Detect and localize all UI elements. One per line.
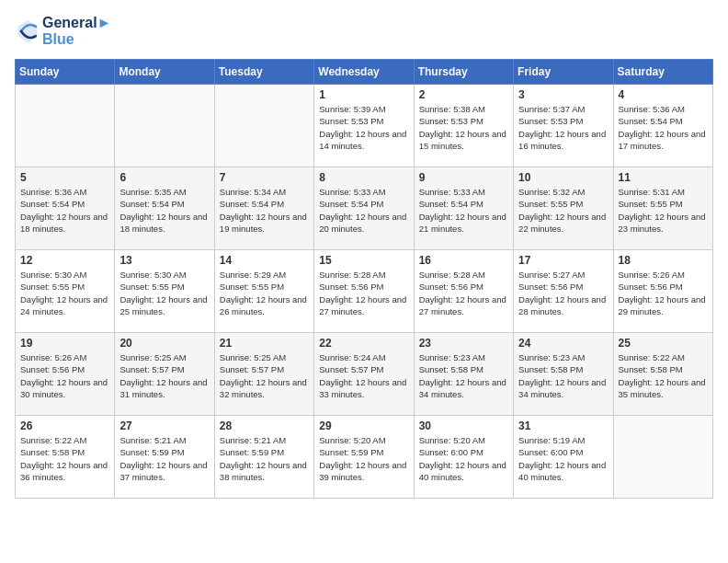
calendar-cell: 8 Sunrise: 5:33 AM Sunset: 5:54 PM Dayli… (314, 167, 414, 250)
calendar-cell: 7 Sunrise: 5:34 AM Sunset: 5:54 PM Dayli… (214, 167, 313, 250)
calendar-cell: 1 Sunrise: 5:39 AM Sunset: 5:53 PM Dayli… (314, 85, 414, 167)
calendar-week-4: 19 Sunrise: 5:26 AM Sunset: 5:56 PM Dayl… (16, 333, 713, 416)
page-header: General► Blue (15, 15, 713, 48)
calendar-week-5: 26 Sunrise: 5:22 AM Sunset: 5:58 PM Dayl… (16, 416, 713, 499)
day-number: 22 (319, 337, 408, 350)
cell-info: Sunrise: 5:26 AM Sunset: 5:56 PM Dayligh… (20, 351, 109, 400)
cell-info: Sunrise: 5:29 AM Sunset: 5:55 PM Dayligh… (220, 269, 309, 317)
calendar-cell: 24 Sunrise: 5:23 AM Sunset: 5:58 PM Dayl… (514, 333, 613, 416)
cell-info: Sunrise: 5:28 AM Sunset: 5:56 PM Dayligh… (319, 269, 408, 317)
calendar-cell: 3 Sunrise: 5:37 AM Sunset: 5:53 PM Dayli… (514, 85, 613, 167)
cell-info: Sunrise: 5:20 AM Sunset: 6:00 PM Dayligh… (419, 434, 508, 483)
day-number: 4 (619, 88, 708, 101)
day-header-saturday: Saturday (613, 60, 712, 85)
day-number: 2 (419, 88, 508, 101)
day-header-monday: Monday (115, 60, 214, 85)
calendar-cell: 18 Sunrise: 5:26 AM Sunset: 5:56 PM Dayl… (613, 250, 712, 333)
day-number: 26 (20, 419, 109, 432)
calendar-cell: 21 Sunrise: 5:25 AM Sunset: 5:57 PM Dayl… (214, 333, 313, 416)
calendar-week-2: 5 Sunrise: 5:36 AM Sunset: 5:54 PM Dayli… (16, 167, 713, 250)
calendar-cell: 26 Sunrise: 5:22 AM Sunset: 5:58 PM Dayl… (16, 416, 115, 499)
cell-info: Sunrise: 5:36 AM Sunset: 5:54 PM Dayligh… (20, 186, 109, 235)
calendar-cell: 17 Sunrise: 5:27 AM Sunset: 5:56 PM Dayl… (514, 250, 613, 333)
day-number: 10 (518, 171, 608, 184)
calendar-table: SundayMondayTuesdayWednesdayThursdayFrid… (15, 59, 713, 499)
day-header-sunday: Sunday (16, 60, 115, 85)
day-header-wednesday: Wednesday (314, 60, 414, 85)
calendar-cell: 31 Sunrise: 5:19 AM Sunset: 6:00 PM Dayl… (514, 416, 613, 499)
cell-info: Sunrise: 5:28 AM Sunset: 5:56 PM Dayligh… (419, 269, 508, 317)
day-number: 13 (119, 254, 209, 267)
day-number: 9 (419, 171, 508, 184)
cell-info: Sunrise: 5:25 AM Sunset: 5:57 PM Dayligh… (119, 351, 209, 400)
calendar-cell: 28 Sunrise: 5:21 AM Sunset: 5:59 PM Dayl… (214, 416, 313, 499)
calendar-cell: 9 Sunrise: 5:33 AM Sunset: 5:54 PM Dayli… (414, 167, 513, 250)
day-number: 6 (119, 171, 209, 184)
cell-info: Sunrise: 5:39 AM Sunset: 5:53 PM Dayligh… (319, 103, 408, 152)
cell-info: Sunrise: 5:30 AM Sunset: 5:55 PM Dayligh… (119, 269, 209, 317)
day-header-thursday: Thursday (414, 60, 513, 85)
calendar-cell: 16 Sunrise: 5:28 AM Sunset: 5:56 PM Dayl… (414, 250, 513, 333)
header-row: SundayMondayTuesdayWednesdayThursdayFrid… (16, 60, 713, 85)
calendar-cell: 6 Sunrise: 5:35 AM Sunset: 5:54 PM Dayli… (115, 167, 214, 250)
day-number: 20 (119, 337, 209, 350)
cell-info: Sunrise: 5:26 AM Sunset: 5:56 PM Dayligh… (619, 269, 708, 317)
cell-info: Sunrise: 5:34 AM Sunset: 5:54 PM Dayligh… (220, 186, 309, 235)
day-number: 29 (319, 419, 408, 432)
logo-icon (15, 18, 40, 44)
calendar-cell (16, 85, 115, 167)
cell-info: Sunrise: 5:36 AM Sunset: 5:54 PM Dayligh… (619, 103, 708, 152)
day-number: 19 (20, 337, 109, 350)
cell-info: Sunrise: 5:37 AM Sunset: 5:53 PM Dayligh… (518, 103, 608, 152)
calendar-cell: 2 Sunrise: 5:38 AM Sunset: 5:53 PM Dayli… (414, 85, 513, 167)
cell-info: Sunrise: 5:22 AM Sunset: 5:58 PM Dayligh… (20, 434, 109, 483)
calendar-cell: 30 Sunrise: 5:20 AM Sunset: 6:00 PM Dayl… (414, 416, 513, 499)
cell-info: Sunrise: 5:32 AM Sunset: 5:55 PM Dayligh… (518, 186, 608, 235)
calendar-cell: 4 Sunrise: 5:36 AM Sunset: 5:54 PM Dayli… (613, 85, 712, 167)
cell-info: Sunrise: 5:30 AM Sunset: 5:55 PM Dayligh… (20, 269, 109, 317)
calendar-cell: 12 Sunrise: 5:30 AM Sunset: 5:55 PM Dayl… (16, 250, 115, 333)
cell-info: Sunrise: 5:21 AM Sunset: 5:59 PM Dayligh… (119, 434, 209, 483)
day-number: 17 (518, 254, 608, 267)
day-number: 21 (220, 337, 309, 350)
cell-info: Sunrise: 5:38 AM Sunset: 5:53 PM Dayligh… (419, 103, 508, 152)
cell-info: Sunrise: 5:33 AM Sunset: 5:54 PM Dayligh… (419, 186, 508, 235)
day-number: 31 (518, 419, 608, 432)
cell-info: Sunrise: 5:20 AM Sunset: 5:59 PM Dayligh… (319, 434, 408, 483)
calendar-cell: 13 Sunrise: 5:30 AM Sunset: 5:55 PM Dayl… (115, 250, 214, 333)
calendar-cell: 19 Sunrise: 5:26 AM Sunset: 5:56 PM Dayl… (16, 333, 115, 416)
day-number: 3 (518, 88, 608, 101)
cell-info: Sunrise: 5:33 AM Sunset: 5:54 PM Dayligh… (319, 186, 408, 235)
day-number: 30 (419, 419, 508, 432)
day-number: 25 (619, 337, 708, 350)
day-number: 15 (319, 254, 408, 267)
calendar-cell: 14 Sunrise: 5:29 AM Sunset: 5:55 PM Dayl… (214, 250, 313, 333)
day-number: 28 (220, 419, 309, 432)
cell-info: Sunrise: 5:35 AM Sunset: 5:54 PM Dayligh… (119, 186, 209, 235)
calendar-cell: 15 Sunrise: 5:28 AM Sunset: 5:56 PM Dayl… (314, 250, 414, 333)
cell-info: Sunrise: 5:23 AM Sunset: 5:58 PM Dayligh… (518, 351, 608, 400)
day-header-friday: Friday (514, 60, 613, 85)
day-number: 24 (518, 337, 608, 350)
day-number: 7 (220, 171, 309, 184)
day-number: 18 (619, 254, 708, 267)
calendar-cell (115, 85, 214, 167)
day-number: 27 (119, 419, 209, 432)
calendar-cell: 25 Sunrise: 5:22 AM Sunset: 5:58 PM Dayl… (613, 333, 712, 416)
cell-info: Sunrise: 5:19 AM Sunset: 6:00 PM Dayligh… (518, 434, 608, 483)
calendar-cell (613, 416, 712, 499)
cell-info: Sunrise: 5:24 AM Sunset: 5:57 PM Dayligh… (319, 351, 408, 400)
calendar-week-1: 1 Sunrise: 5:39 AM Sunset: 5:53 PM Dayli… (16, 85, 713, 167)
calendar-cell: 11 Sunrise: 5:31 AM Sunset: 5:55 PM Dayl… (613, 167, 712, 250)
cell-info: Sunrise: 5:22 AM Sunset: 5:58 PM Dayligh… (619, 351, 708, 400)
calendar-cell: 22 Sunrise: 5:24 AM Sunset: 5:57 PM Dayl… (314, 333, 414, 416)
day-number: 5 (20, 171, 109, 184)
calendar-cell: 20 Sunrise: 5:25 AM Sunset: 5:57 PM Dayl… (115, 333, 214, 416)
logo: General► Blue (15, 15, 111, 48)
cell-info: Sunrise: 5:27 AM Sunset: 5:56 PM Dayligh… (518, 269, 608, 317)
calendar-cell: 29 Sunrise: 5:20 AM Sunset: 5:59 PM Dayl… (314, 416, 414, 499)
day-number: 8 (319, 171, 408, 184)
day-number: 11 (619, 171, 708, 184)
day-number: 12 (20, 254, 109, 267)
calendar-cell: 5 Sunrise: 5:36 AM Sunset: 5:54 PM Dayli… (16, 167, 115, 250)
